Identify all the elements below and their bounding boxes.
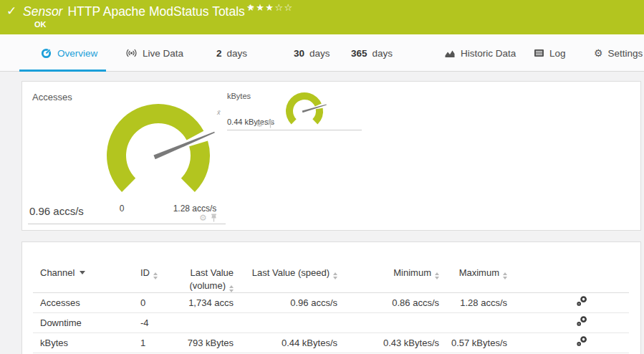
object-type-label: Sensor	[23, 4, 62, 19]
channel-settings-gears-icon[interactable]	[576, 295, 588, 307]
tab-bar: Overview Live Data 2 days 30 days 365 da…	[0, 34, 644, 72]
gauge-scale-max: 1.28 accs/s	[152, 204, 238, 214]
sort-desc-icon	[80, 271, 85, 274]
tab-30-days[interactable]: 30 days	[294, 34, 330, 72]
average-marker: x̄	[217, 109, 221, 116]
channel-settings-gears-icon[interactable]	[576, 315, 588, 327]
last-value-volume: 1,734 accs	[169, 297, 234, 310]
table-row-kbytes[interactable]: kBytes 1 793 kBytes 0.44 kBytes/s 0.43 k…	[33, 333, 629, 353]
gauge-title-kbytes: kBytes	[227, 92, 251, 100]
page-title: SensorHTTP Apache ModStatus Totals⚐	[23, 4, 255, 19]
last-value-speed: 0.44 kBytes/s	[234, 337, 337, 350]
sensor-status-header: ✓ SensorHTTP Apache ModStatus Totals⚐ ★★…	[0, 0, 644, 34]
column-header-channel[interactable]: Channel	[33, 267, 133, 279]
kbytes-gauge	[283, 91, 329, 133]
table-row-downtime[interactable]: Downtime -4	[33, 313, 629, 333]
gauge-divider	[227, 130, 362, 130]
tab-label: Historic Data	[461, 48, 516, 59]
channel-id: 0	[133, 297, 169, 310]
sensor-name: HTTP Apache ModStatus Totals	[67, 4, 244, 19]
tab-label-number: 2	[216, 48, 222, 59]
gauge-divider	[28, 224, 226, 224]
accesses-gauge-tools: ⚙	[199, 214, 217, 222]
log-list-icon	[534, 49, 544, 57]
tab-label: days	[309, 48, 330, 59]
tab-label: days	[373, 48, 393, 59]
last-value-volume: 793 kBytes	[169, 337, 234, 350]
tab-settings[interactable]: ⚙ Settings	[594, 34, 643, 72]
settings-gear-icon: ⚙	[594, 48, 603, 58]
area-chart-icon	[444, 49, 456, 58]
sort-icon	[503, 272, 507, 279]
active-tab-indicator	[19, 70, 106, 72]
tab-label: Settings	[608, 48, 643, 59]
tab-365-days[interactable]: 365 days	[351, 34, 393, 72]
maximum-value: 0.57 kBytes/s	[439, 337, 507, 350]
column-header-minimum[interactable]: Minimum	[337, 267, 439, 279]
tab-label: Log	[549, 48, 566, 59]
column-header-last-speed[interactable]: Last Value (speed)	[234, 267, 337, 279]
channel-name: kBytes	[33, 337, 133, 350]
minimum-value: 0.86 accs/s	[337, 297, 439, 310]
accesses-current-value: 0.96 accs/s	[29, 205, 84, 217]
tab-log[interactable]: Log	[534, 34, 566, 72]
sensor-page: ✓ SensorHTTP Apache ModStatus Totals⚐ ★★…	[0, 0, 644, 354]
tab-label-number: 30	[294, 48, 304, 59]
channel-name: Downtime	[33, 317, 133, 330]
channel-name: Accesses	[33, 297, 133, 310]
channel-settings-gears-icon[interactable]	[576, 335, 588, 347]
tab-label: Live Data	[143, 48, 183, 59]
tab-2-days[interactable]: 2 days	[216, 34, 247, 72]
channels-panel: Channel ID Last Value (volume) Last Valu…	[21, 241, 641, 354]
live-signal-icon	[125, 48, 138, 58]
channel-id: 1	[133, 337, 169, 350]
gauge-title-accesses: Accesses	[32, 92, 72, 102]
column-header-id[interactable]: ID	[133, 267, 169, 279]
accesses-gauge	[101, 98, 216, 206]
priority-stars[interactable]: ★★★☆☆	[246, 2, 294, 13]
last-value-speed: 0.96 accs/s	[234, 297, 337, 310]
gauge-scale-min: 0	[107, 204, 136, 214]
sort-icon	[153, 272, 158, 279]
sort-icon	[229, 285, 234, 292]
tab-overview[interactable]: Overview	[41, 34, 97, 72]
gauges-panel: Accesses x̄ 0 1.28 accs/s 0.96 accs/s ⚙ …	[21, 81, 641, 231]
gauge-icon	[41, 47, 52, 59]
tab-historic-data[interactable]: Historic Data	[444, 34, 516, 72]
ok-check-icon: ✓	[6, 4, 16, 19]
maximum-value: 1.28 accs/s	[439, 297, 507, 310]
gauge-pin-icon[interactable]	[267, 120, 274, 128]
status-badge: OK	[34, 20, 47, 29]
column-header-last-volume[interactable]: Last Value (volume)	[169, 267, 234, 292]
channels-table: Channel ID Last Value (volume) Last Valu…	[33, 257, 629, 353]
table-header-row: Channel ID Last Value (volume) Last Valu…	[33, 257, 629, 293]
table-row-accesses[interactable]: Accesses 0 1,734 accs 0.96 accs/s 0.86 a…	[33, 293, 629, 313]
tab-label: days	[227, 48, 248, 59]
kbytes-gauge-tools: ⚙	[256, 120, 274, 128]
column-header-maximum[interactable]: Maximum	[439, 267, 507, 279]
minimum-value: 0.43 kBytes/s	[337, 337, 439, 350]
channel-id: -4	[133, 317, 169, 330]
gauge-pin-icon[interactable]	[211, 214, 217, 222]
gauge-settings-gear-icon[interactable]: ⚙	[199, 214, 207, 222]
tab-live-data[interactable]: Live Data	[125, 34, 183, 72]
tab-label-number: 365	[351, 48, 367, 59]
tab-label: Overview	[57, 48, 97, 59]
gauge-settings-gear-icon[interactable]: ⚙	[256, 120, 264, 128]
